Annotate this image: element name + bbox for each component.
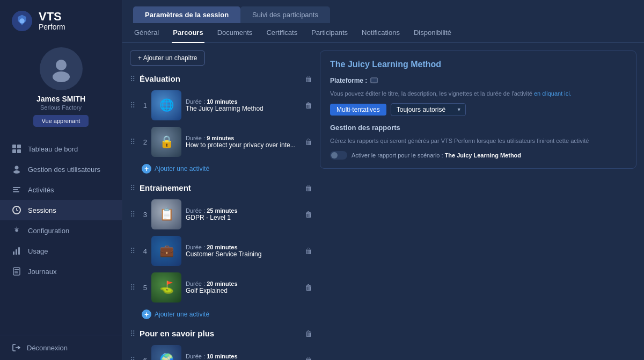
subnav-participants[interactable]: Participants [310,23,349,43]
duration-val-4: 20 minutes [207,244,237,250]
svg-point-2 [56,60,67,70]
activity-name-5[interactable]: Golf Explained [186,287,301,294]
subnav-disponibilite[interactable]: Disponibilité [413,23,452,43]
delete-activity-4[interactable]: 🗑 [305,247,312,255]
drag-handle-2[interactable]: ⠿ [130,138,135,146]
activity-name-3[interactable]: GDPR - Level 1 [186,214,301,221]
activity-name-1[interactable]: The Juicy Learning Method [186,105,301,112]
sidebar-item-sessions[interactable]: Sessions [0,200,122,220]
avatar [40,47,83,90]
svg-rect-24 [372,83,376,83]
tab-participant-tracking[interactable]: Suivi des participants [240,6,330,23]
activity-1: ⠿ 1 🌐 Durée : 10 minutes The Juicy Learn… [130,89,312,122]
toggle-label: Activer le rapport pour le scénario : Th… [352,152,521,159]
logo: VTS Perform [0,0,76,42]
svg-rect-17 [18,247,20,255]
sidebar-item-dashboard[interactable]: Tableau de bord [0,139,122,159]
sidebar: VTS Perform James SMITH Serious Factory … [0,0,122,360]
sidebar-item-users[interactable]: Gestion des utilisateurs [0,159,122,179]
drag-handle-6[interactable]: ⠿ [130,356,135,360]
top-tabs: Paramètres de la session Suivi des parti… [122,0,644,23]
logout-section[interactable]: Déconnexion [0,335,122,360]
delete-activity-1[interactable]: 🗑 [305,101,312,110]
dashboard-icon [12,144,21,154]
activity-info-5: Durée : 20 minutes Golf Explained [186,280,301,294]
svg-rect-21 [14,272,18,273]
drag-handle-entrainement[interactable]: ⠿ [130,184,135,192]
usage-icon [12,246,21,256]
tab-session-settings[interactable]: Paramètres de la session [133,6,240,23]
toggle-row: Activer le rapport pour le scénario : Th… [330,151,626,160]
activity-info-2: Durée : 9 minutes How to protect your pr… [186,135,301,149]
chapter-title-entrainement: Entrainement [140,183,301,192]
activity-number-3: 3 [140,211,147,219]
chapter-header-entrainement: ⠿ Entrainement 🗑 [130,181,312,195]
subnav-certificats[interactable]: Certificats [265,23,298,43]
delete-chapter-pour-en-savoir-plus[interactable]: 🗑 [305,329,312,338]
subnav-notifications[interactable]: Notifications [361,23,401,43]
add-activity-icon-2: + [142,309,151,319]
chapter-evaluation: ⠿ Évaluation 🗑 ⠿ 1 🌐 Durée : 10 minutes … [130,72,312,177]
logo-perform: Perform [39,23,65,31]
report-toggle[interactable] [330,151,347,160]
learner-view-button[interactable]: Vue apprenant [33,115,89,127]
drag-handle-pour-en-savoir-plus[interactable]: ⠿ [130,329,135,338]
svg-rect-20 [14,271,18,272]
activity-info-6: Durée : 10 minutes VTS Editor Website [186,353,301,360]
platform-label: Plateforme : [330,77,367,84]
sidebar-item-config[interactable]: Configuration [0,220,122,241]
chapter-pour-en-savoir-plus: ⠿ Pour en savoir plus 🗑 ⠿ 6 🌍 Durée : 10… [130,327,312,360]
sub-nav: Général Parcours Documents Certificats P… [122,23,644,43]
activity-name-4[interactable]: Customer Service Training [186,250,301,258]
right-panel-title: The Juicy Learning Method [330,60,626,71]
add-activity-entrainement[interactable]: + Ajouter une activité [130,307,312,322]
delete-activity-5[interactable]: 🗑 [305,283,312,292]
add-chapter-button[interactable]: + Ajouter un chapitre [130,51,205,66]
sidebar-item-usage[interactable]: Usage [0,241,122,261]
delete-activity-3[interactable]: 🗑 [305,210,312,219]
drag-handle-4[interactable]: ⠿ [130,247,135,255]
svg-point-8 [15,166,19,170]
edit-hint-link[interactable]: en cliquant ici. [534,90,572,97]
activity-duration-4: Durée : 20 minutes [186,244,301,250]
drag-handle-evaluation[interactable]: ⠿ [130,75,135,83]
drag-handle-5[interactable]: ⠿ [130,283,135,292]
subnav-parcours[interactable]: Parcours [172,23,204,43]
delete-chapter-entrainement[interactable]: 🗑 [305,184,312,192]
activity-info-1: Durée : 10 minutes The Juicy Learning Me… [186,98,301,112]
sidebar-item-activities[interactable]: Activités [0,179,122,200]
subnav-documents[interactable]: Documents [216,23,254,43]
sidebar-item-dashboard-label: Tableau de bord [28,145,78,153]
sidebar-item-logs[interactable]: Journaux [0,261,122,282]
select-wrapper: Toujours autorisé Limité Désactivé [391,103,466,116]
delete-activity-6[interactable]: 🗑 [305,356,312,360]
svg-rect-5 [17,145,21,148]
logo-vts: VTS [39,10,65,23]
activity-thumb-2: 🔒 [151,127,181,157]
duration-val-1: 10 minutes [207,98,237,105]
duration-val-3: 25 minutes [207,207,237,214]
delete-activity-2[interactable]: 🗑 [305,138,312,146]
activity-6: ⠿ 6 🌍 Durée : 10 minutes VTS Editor Webs… [130,343,312,360]
activity-info-3: Durée : 25 minutes GDPR - Level 1 [186,207,301,221]
activity-duration-3: Durée : 25 minutes [186,207,301,214]
add-activity-evaluation[interactable]: + Ajouter une activité [130,162,312,177]
activity-duration-5: Durée : 20 minutes [186,280,301,287]
activity-number-4: 4 [140,247,147,255]
drag-handle-3[interactable]: ⠿ [130,210,135,219]
activity-number-6: 6 [140,356,147,361]
sidebar-item-activities-label: Activités [28,186,54,194]
subnav-general[interactable]: Général [133,23,160,43]
drag-handle-1[interactable]: ⠿ [130,101,135,110]
svg-rect-15 [13,251,14,255]
activity-thumb-3: 📋 [151,199,181,229]
multi-attempts-select[interactable]: Toujours autorisé Limité Désactivé [391,103,466,116]
sidebar-item-usage-label: Usage [28,247,48,255]
edit-hint-text: Vous pouvez éditer le titre, la descript… [330,90,534,97]
activity-name-2[interactable]: How to protect your privacy over inte... [186,141,301,149]
delete-chapter-evaluation[interactable]: 🗑 [305,75,312,83]
sidebar-item-config-label: Configuration [28,227,69,235]
svg-point-1 [19,18,25,24]
svg-point-9 [13,170,20,174]
config-icon [12,226,21,235]
